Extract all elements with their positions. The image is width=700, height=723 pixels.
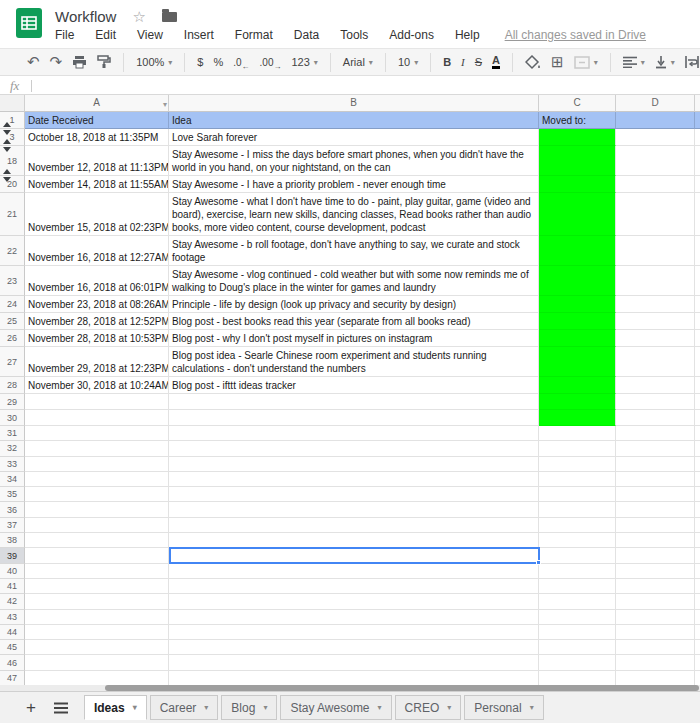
cell-d-37[interactable] — [616, 518, 695, 533]
redo-button[interactable]: ↷ — [45, 51, 68, 73]
cell-e-47[interactable] — [695, 671, 700, 685]
cell-c-44[interactable] — [539, 625, 616, 640]
cell-a-24[interactable]: November 23, 2018 at 08:26AM — [25, 296, 169, 313]
cell-a-31[interactable] — [25, 426, 169, 441]
cell-e-28[interactable] — [695, 377, 700, 394]
cell-d-44[interactable] — [616, 625, 695, 640]
cell-d-35[interactable] — [616, 487, 695, 502]
cell-c-25[interactable] — [539, 313, 616, 330]
column-header-b[interactable]: B — [169, 95, 539, 112]
cell-c-18[interactable] — [539, 146, 616, 176]
undo-button[interactable]: ↶ — [22, 51, 45, 73]
row-header-31[interactable]: 31 — [0, 426, 25, 441]
cell-b-30[interactable] — [169, 410, 539, 426]
cell-d-39[interactable] — [616, 548, 695, 563]
row-header-27[interactable]: 27 — [0, 347, 25, 377]
cell-a-44[interactable] — [25, 625, 169, 640]
cell-e-1[interactable] — [695, 112, 700, 129]
row-header-39[interactable]: 39 — [0, 548, 25, 563]
cell-a-29[interactable] — [25, 394, 169, 410]
cell-b-38[interactable] — [169, 533, 539, 548]
increase-decimal-button[interactable]: .00→ — [255, 51, 287, 73]
column-header-e-sliver[interactable] — [695, 95, 700, 112]
print-button[interactable] — [67, 51, 92, 73]
cell-d-20[interactable] — [616, 176, 695, 193]
cell-a-35[interactable] — [25, 487, 169, 502]
cell-d-46[interactable] — [616, 655, 695, 670]
cell-e-36[interactable] — [695, 502, 700, 517]
cell-b-42[interactable] — [169, 594, 539, 609]
cell-a-33[interactable] — [25, 457, 169, 472]
unhide-rows-up-icon[interactable] — [3, 169, 11, 174]
cell-b-18[interactable]: Stay Awesome - I miss the days before sm… — [169, 146, 539, 176]
formula-input[interactable] — [32, 77, 700, 94]
cell-b-34[interactable] — [169, 472, 539, 487]
cell-a-32[interactable] — [25, 441, 169, 456]
save-status[interactable]: All changes saved in Drive — [505, 28, 646, 42]
cell-d-41[interactable] — [616, 579, 695, 594]
cell-e-42[interactable] — [695, 594, 700, 609]
cell-b-44[interactable] — [169, 625, 539, 640]
selected-cell-outline[interactable] — [169, 547, 540, 563]
font-family-select[interactable]: Arial▾ — [338, 51, 378, 73]
cell-b-37[interactable] — [169, 518, 539, 533]
cell-c-39[interactable] — [539, 548, 616, 563]
cell-b-25[interactable]: Blog post - best books read this year (s… — [169, 313, 539, 330]
cell-d-30[interactable] — [616, 410, 695, 426]
menu-item-format[interactable]: Format — [235, 28, 273, 42]
row-header-44[interactable]: 44 — [0, 625, 25, 640]
cell-a-45[interactable] — [25, 640, 169, 655]
cell-a-26[interactable]: November 28, 2018 at 10:53PM — [25, 330, 169, 347]
cell-a-41[interactable] — [25, 579, 169, 594]
vertical-align-button[interactable]: ▾ — [650, 51, 680, 73]
cell-c-32[interactable] — [539, 441, 616, 456]
cell-c-31[interactable] — [539, 426, 616, 441]
cell-e-32[interactable] — [695, 441, 700, 456]
cell-c-42[interactable] — [539, 594, 616, 609]
unhide-rows-up-icon[interactable] — [3, 122, 11, 127]
cell-c-3[interactable] — [539, 129, 616, 146]
menu-item-tools[interactable]: Tools — [340, 28, 368, 42]
column-header-c[interactable]: C — [539, 95, 616, 112]
menu-item-add-ons[interactable]: Add-ons — [389, 28, 434, 42]
cell-a-42[interactable] — [25, 594, 169, 609]
all-sheets-button[interactable] — [54, 702, 68, 714]
row-header-36[interactable]: 36 — [0, 502, 25, 517]
document-title[interactable]: Workflow — [55, 8, 116, 25]
merge-cells-button[interactable]: ▾ — [569, 51, 603, 73]
cell-d-34[interactable] — [616, 472, 695, 487]
cell-e-40[interactable] — [695, 564, 700, 579]
cell-e-25[interactable] — [695, 313, 700, 330]
cell-c-29[interactable] — [539, 394, 616, 410]
cell-c-35[interactable] — [539, 487, 616, 502]
cell-d-38[interactable] — [616, 533, 695, 548]
chevron-down-icon[interactable]: ▾ — [263, 703, 267, 712]
cell-e-44[interactable] — [695, 625, 700, 640]
zoom-select[interactable]: 100%▾ — [131, 51, 177, 73]
row-header-32[interactable]: 32 — [0, 441, 25, 456]
sheet-tab-blog[interactable]: Blog▾ — [221, 695, 277, 720]
cell-b-41[interactable] — [169, 579, 539, 594]
cell-c-30[interactable] — [539, 410, 616, 426]
menu-item-data[interactable]: Data — [294, 28, 319, 42]
row-header-18[interactable]: 18 — [0, 146, 25, 176]
cell-a-1[interactable]: Date Received — [25, 112, 169, 129]
cell-b-1[interactable]: Idea — [169, 112, 539, 129]
cell-d-40[interactable] — [616, 564, 695, 579]
text-color-button[interactable]: A — [487, 51, 505, 73]
paint-format-button[interactable] — [92, 51, 116, 73]
cell-a-37[interactable] — [25, 518, 169, 533]
cell-d-45[interactable] — [616, 640, 695, 655]
cell-c-34[interactable] — [539, 472, 616, 487]
cell-e-34[interactable] — [695, 472, 700, 487]
bold-button[interactable]: B — [438, 51, 456, 73]
cell-d-26[interactable] — [616, 330, 695, 347]
row-header-41[interactable]: 41 — [0, 579, 25, 594]
cell-a-23[interactable]: November 16, 2018 at 06:01PM — [25, 266, 169, 296]
cell-e-43[interactable] — [695, 610, 700, 625]
cell-e-39[interactable] — [695, 548, 700, 563]
row-header-28[interactable]: 28 — [0, 377, 25, 394]
cell-b-32[interactable] — [169, 441, 539, 456]
cell-c-28[interactable] — [539, 377, 616, 394]
row-header-40[interactable]: 40 — [0, 564, 25, 579]
